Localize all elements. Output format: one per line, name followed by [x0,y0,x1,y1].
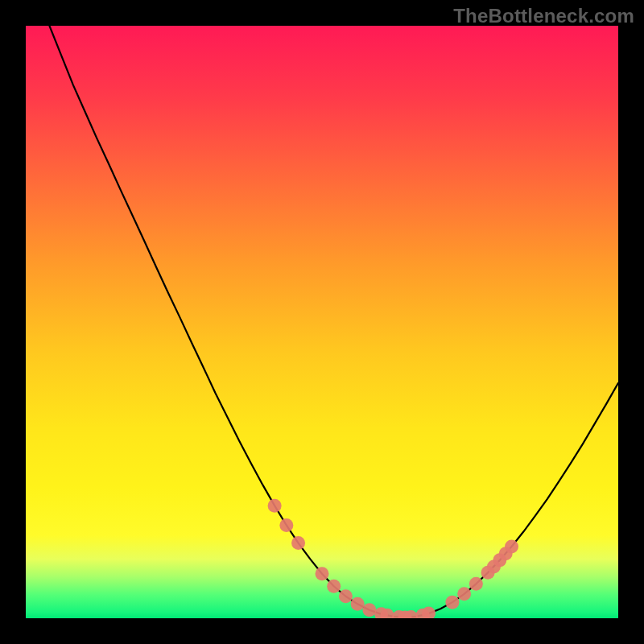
marker-dot [469,577,483,591]
marker-dot [445,596,459,609]
plot-area [26,26,618,618]
marker-dot [362,603,376,617]
marker-dot [351,597,365,611]
marker-dot [327,580,341,593]
marker-dot [291,536,305,550]
chart-svg [26,26,618,618]
bottleneck-curve [49,26,618,617]
chart-frame: TheBottleneck.com [0,0,644,644]
marker-dot [457,587,471,601]
marker-dot [422,607,436,618]
watermark-text: TheBottleneck.com [453,5,634,27]
marker-dot [339,589,353,603]
marker-dot [316,567,329,580]
marker-dot [279,518,293,532]
marker-dot [505,539,518,553]
marker-dot [268,499,282,513]
highlight-markers [268,499,518,618]
